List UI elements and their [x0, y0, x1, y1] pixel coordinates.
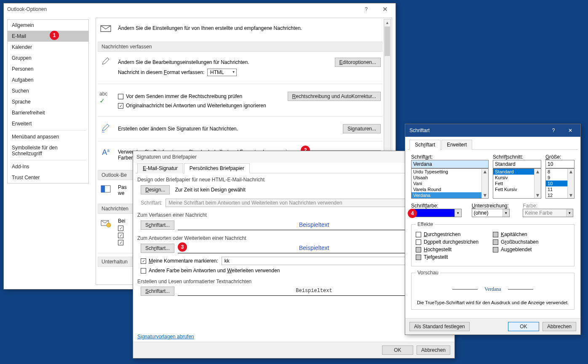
plaintext-header: Erstellen und Lesen unformatierter Textn… — [137, 279, 450, 284]
compose-desc: Ändern Sie die Bearbeitungseinstellungen… — [118, 59, 249, 65]
intro-text: Ändern Sie die Einstellungen für von Ihn… — [118, 25, 302, 31]
font-list-scrollbar[interactable]: ▲▼ — [481, 169, 488, 198]
font-color-label: Schriftfarbe: — [411, 203, 468, 209]
plaintext-font-button[interactable]: Schriftart... — [141, 287, 174, 296]
reply-font-header: Zum Antworten oder Weiterleiten einer Na… — [137, 235, 450, 241]
no-design-label: Zur Zeit ist kein Design gewählt — [175, 187, 245, 193]
mark-comments-checkbox[interactable] — [141, 258, 146, 264]
sig-cancel-button[interactable]: Abbrechen — [417, 345, 450, 355]
font-close-button[interactable]: ✕ — [562, 128, 579, 133]
color-swatch — [412, 209, 454, 217]
font-name-input[interactable]: Verdana — [411, 160, 489, 168]
set-default-button[interactable]: Als Standard festlegen — [409, 322, 470, 331]
help-button[interactable]: ? — [357, 3, 376, 15]
font-name-list[interactable]: Urdu Typesetting Utsaah Vani Varela Roun… — [411, 168, 489, 199]
fx-doublestrike-checkbox[interactable] — [416, 239, 421, 245]
underline-color-select: Keine Farbe ▾ — [523, 209, 573, 217]
editor-options-button[interactable]: Editoroptionen... — [335, 58, 381, 67]
options-sidebar: Allgemein E-Mail 1 Kalender Gruppen Pers… — [4, 15, 92, 289]
ignore-original-label: Originalnachricht bei Antworten und Weit… — [126, 103, 266, 109]
sidebar-item-sprache[interactable]: Sprache — [8, 96, 88, 107]
other-color-checkbox[interactable] — [141, 268, 146, 274]
sidebar-item-suchen[interactable]: Suchen — [8, 85, 88, 96]
font-ok-button[interactable]: OK — [508, 322, 539, 331]
font-help-button[interactable]: ? — [545, 128, 562, 133]
section-compose: Nachrichten verfassen — [98, 42, 382, 52]
sidebar-item-allgemein[interactable]: Allgemein — [8, 20, 88, 31]
signatures-button[interactable]: Signaturen... — [343, 124, 381, 133]
font-tab-schriftart[interactable]: Schriftart — [409, 140, 441, 150]
design-font-label: Schriftart: — [141, 200, 162, 206]
fx-strike-checkbox[interactable] — [416, 232, 421, 237]
sig-title: Signaturen und Briefpapier — [136, 154, 197, 160]
sidebar-item-addins[interactable]: Add-Ins — [8, 161, 88, 172]
signatures-desc: Erstellen oder ändern Sie Signaturen für… — [118, 126, 343, 132]
font-style-input[interactable]: Standard — [493, 160, 541, 168]
preview-legend: Vorschau — [416, 270, 440, 276]
sidebar-item-erweitert[interactable]: Erweitert — [8, 118, 88, 129]
font-size-list[interactable]: 8 9 10 11 12 ▲▼ — [545, 168, 575, 199]
sidebar-item-menueband[interactable]: Menüband anpassen — [8, 131, 88, 142]
design-button[interactable]: Design... — [141, 185, 170, 194]
signature-icon — [99, 122, 112, 133]
close-button[interactable]: ✕ — [376, 3, 395, 15]
spellcheck-checkbox[interactable] — [118, 94, 123, 99]
msg-checkbox-2[interactable] — [118, 233, 123, 238]
fx-subscript-checkbox[interactable] — [416, 255, 421, 260]
sidebar-item-schnellzugriff[interactable]: Symbolleiste für den Schnellzugriff — [8, 142, 88, 159]
font-size-input[interactable]: 10 — [545, 160, 575, 168]
design-header: Design oder Briefpapier für neue HTML-E-… — [137, 177, 450, 183]
fx-allcaps-checkbox[interactable] — [493, 239, 498, 245]
options-titlebar: Outlook-Optionen ? ✕ — [4, 3, 396, 15]
panes-icon — [99, 184, 112, 193]
fx-hidden-checkbox[interactable] — [493, 247, 498, 252]
font-color-picker[interactable]: ▾ — [411, 209, 462, 217]
sidebar-item-trustcenter[interactable]: Trust Center — [8, 172, 88, 183]
sidebar-item-email[interactable]: E-Mail 1 — [8, 31, 88, 42]
badge-1: 1 — [50, 31, 59, 40]
options-title: Outlook-Optionen — [7, 6, 47, 12]
svg-point-2 — [107, 223, 111, 227]
font-titlebar: Schriftart ? ✕ — [405, 124, 580, 137]
effects-fieldset: Effekte Durchgestrichen Doppelt durchges… — [411, 221, 575, 266]
sidebar-item-personen[interactable]: Personen — [8, 64, 88, 74]
tab-email-signature[interactable]: E-Mail-Signatur — [137, 163, 183, 173]
font-label: Schriftart: — [411, 154, 489, 160]
format-select[interactable]: HTML — [207, 69, 237, 76]
sidebar-item-kalender[interactable]: Kalender — [8, 42, 88, 53]
msg-checkbox-1[interactable] — [118, 226, 123, 231]
reply-font-button[interactable]: Schriftart... — [141, 244, 174, 253]
badge-4: 4 — [408, 209, 417, 218]
sidebar-item-gruppen[interactable]: Gruppen — [8, 53, 88, 64]
font-size-scrollbar[interactable]: ▲▼ — [567, 169, 574, 198]
sig-ok-button[interactable]: OK — [382, 345, 413, 355]
edit-icon — [99, 56, 112, 67]
truetype-note: Die TrueType-Schriftart wird für den Aus… — [416, 300, 570, 305]
fx-superscript-checkbox[interactable] — [416, 247, 421, 252]
msg-checkbox-3[interactable] — [118, 240, 123, 245]
effects-legend: Effekte — [416, 221, 435, 227]
font-style-list[interactable]: Standard Kursiv Fett Fett Kursiv ▲▼ — [493, 168, 541, 199]
sidebar-item-aufgaben[interactable]: Aufgaben — [8, 74, 88, 85]
underline-label: Unterstreichung: — [472, 203, 519, 209]
fx-smallcaps-checkbox[interactable] — [493, 232, 498, 237]
compose-font-button[interactable]: Schriftart... — [141, 221, 174, 230]
badge-3: 3 — [178, 242, 187, 252]
underline-select[interactable]: (ohne) ▾ — [472, 209, 510, 217]
preview-text: Verdana — [484, 286, 501, 292]
font-style-scrollbar[interactable]: ▲▼ — [534, 169, 541, 198]
font-tab-erweitert[interactable]: Erweitert — [441, 140, 472, 150]
spelling-autocorrect-button[interactable]: Rechtschreibung und AutoKorrektur... — [288, 92, 381, 101]
ignore-original-checkbox[interactable] — [118, 103, 123, 109]
font-dialog-window: Schriftart ? ✕ Schriftart Erweitert Schr… — [405, 124, 581, 335]
stationery-aa-icon: Aa — [99, 147, 112, 157]
font-size-label: Größe: — [545, 154, 575, 160]
sidebar-item-barrierefreiheit[interactable]: Barrierefreiheit — [8, 107, 88, 118]
spellcheck-label: Vor dem Senden immer die Rechtschreibung… — [126, 93, 242, 99]
font-cancel-button[interactable]: Abbrechen — [543, 322, 576, 331]
tab-personal-stationery[interactable]: Persönliches Briefpapier — [184, 163, 250, 173]
envelope-bell-icon — [99, 218, 112, 228]
signature-templates-link[interactable]: Signaturvorlagen abrufen — [137, 334, 194, 340]
preview-fieldset: Vorschau Verdana Die TrueType-Schriftart… — [411, 270, 575, 310]
abc-check-icon: abc✓ — [99, 90, 112, 105]
